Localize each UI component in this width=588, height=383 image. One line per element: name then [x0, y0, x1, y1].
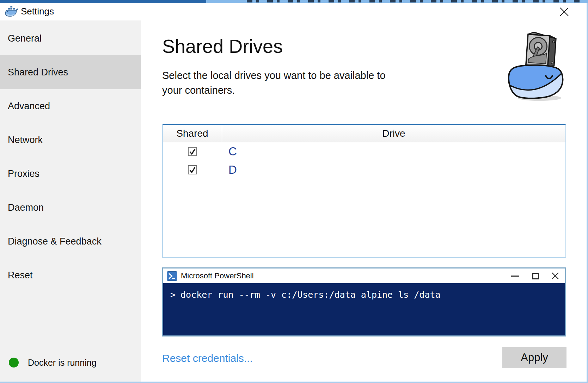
- column-header-shared: Shared: [163, 125, 222, 142]
- sidebar-nav: General Shared Drives Advanced Network P…: [0, 21, 141, 292]
- sidebar-item-label: Advanced: [8, 101, 50, 112]
- sidebar-item-daemon[interactable]: Daemon: [0, 191, 141, 224]
- table-row-drive-d: D: [163, 161, 565, 179]
- window-border-right: [587, 3, 588, 383]
- powershell-icon: [167, 271, 177, 281]
- table-header-row: Shared Drive: [163, 125, 565, 142]
- docker-whale-icon: [5, 6, 18, 17]
- sidebar-item-reset[interactable]: Reset: [0, 258, 141, 292]
- powershell-window: Microsoft PowerShell >docker run --rm -v…: [162, 267, 566, 336]
- docker-status: Docker is running: [0, 352, 97, 373]
- sidebar-item-proxies[interactable]: Proxies: [0, 157, 141, 191]
- sidebar-item-diagnose-feedback[interactable]: Diagnose & Feedback: [0, 224, 141, 258]
- drive-c-checkbox[interactable]: [188, 147, 197, 156]
- page-description: Select the local drives you want to be a…: [162, 68, 405, 98]
- sidebar-item-label: Daemon: [8, 202, 44, 213]
- powershell-maximize-button[interactable]: [528, 268, 543, 283]
- minimize-icon: [511, 276, 519, 277]
- window-behind-artifact-strip: [0, 0, 588, 3]
- status-indicator-icon: [9, 358, 19, 367]
- check-icon: [189, 166, 196, 173]
- powershell-minimize-button[interactable]: [508, 268, 522, 283]
- window-title: Settings: [21, 6, 54, 17]
- column-header-drive: Drive: [222, 125, 565, 142]
- drive-letter: D: [228, 163, 237, 177]
- sidebar-item-label: Diagnose & Feedback: [8, 236, 102, 247]
- close-icon: [559, 7, 569, 17]
- window-border-bottom: [0, 382, 588, 383]
- checkbox-cell: [163, 147, 222, 156]
- sidebar-item-label: Proxies: [8, 168, 39, 179]
- shared-drives-table: Shared Drive C D: [162, 124, 566, 258]
- window-close-button[interactable]: [557, 5, 571, 19]
- reset-credentials-link[interactable]: Reset credentials...: [162, 352, 253, 364]
- check-icon: [189, 148, 196, 155]
- titlebar: Settings: [0, 3, 588, 20]
- sidebar-item-shared-drives[interactable]: Shared Drives: [0, 55, 141, 89]
- status-label: Docker is running: [28, 358, 97, 368]
- terminal-prompt: >: [170, 290, 176, 300]
- sidebar-item-network[interactable]: Network: [0, 123, 141, 157]
- close-icon: [551, 272, 559, 280]
- terminal-command: docker run --rm -v c:/Users:/data alpine…: [180, 290, 441, 300]
- sidebar-item-label: Shared Drives: [8, 67, 68, 78]
- sidebar-item-label: General: [8, 33, 42, 44]
- page-title: Shared Drives: [162, 35, 283, 57]
- table-row-drive-c: C: [163, 142, 565, 161]
- powershell-close-button[interactable]: [548, 268, 562, 283]
- sidebar-item-label: Network: [8, 135, 43, 146]
- sidebar-item-advanced[interactable]: Advanced: [0, 89, 141, 123]
- drive-d-checkbox[interactable]: [188, 165, 197, 174]
- powershell-terminal[interactable]: >docker run --rm -v c:/Users:/data alpin…: [163, 283, 565, 335]
- powershell-titlebar: Microsoft PowerShell: [163, 268, 565, 283]
- sidebar: General Shared Drives Advanced Network P…: [0, 20, 141, 382]
- drive-letter: C: [228, 145, 237, 158]
- hard-drive-whale-illustration: [506, 32, 566, 102]
- sidebar-item-general[interactable]: General: [0, 21, 141, 55]
- apply-button[interactable]: Apply: [502, 347, 566, 368]
- sidebar-item-label: Reset: [8, 270, 33, 281]
- maximize-icon: [532, 273, 539, 279]
- main-panel: Shared Drives Select the local drives yo…: [141, 20, 587, 382]
- window-behind-text-fragments: [247, 0, 580, 2]
- powershell-title: Microsoft PowerShell: [181, 271, 254, 280]
- checkbox-cell: [163, 165, 222, 174]
